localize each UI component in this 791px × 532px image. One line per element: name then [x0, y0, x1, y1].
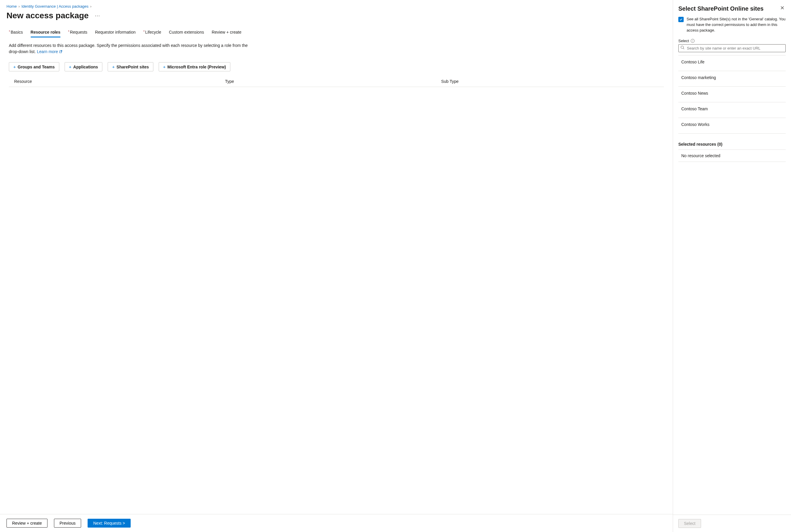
external-link-icon — [59, 49, 62, 55]
tab-custom-extensions[interactable]: Custom extensions — [169, 28, 204, 37]
col-type: Type — [225, 79, 441, 84]
chevron-right-icon: › — [19, 4, 20, 8]
panel-select-button[interactable]: Select — [678, 519, 701, 528]
site-item[interactable]: Contoso Life — [678, 55, 786, 71]
info-icon[interactable]: i — [691, 39, 695, 43]
col-resource: Resource — [9, 79, 225, 84]
plus-icon: + — [163, 64, 166, 69]
svg-point-1 — [681, 46, 684, 49]
tab-label: Lifecycle — [145, 30, 161, 35]
tab-label: Basics — [11, 30, 23, 35]
tab-bar: *BasicsResource roles*RequestsRequestor … — [0, 23, 673, 38]
add-groups-and-teams-button[interactable]: +Groups and Teams — [9, 62, 59, 71]
panel-title: Select SharePoint Online sites — [678, 5, 779, 13]
see-all-checkbox-label: See all SharePoint Site(s) not in the 'G… — [686, 17, 786, 33]
see-all-checkbox[interactable] — [678, 17, 684, 22]
site-item[interactable]: Contoso Team — [678, 102, 786, 118]
tab-label: Review + create — [212, 30, 242, 35]
tab-requestor-information[interactable]: Requestor information — [95, 28, 136, 37]
tab-lifecycle[interactable]: *Lifecycle — [143, 28, 161, 37]
plus-icon: + — [112, 64, 115, 69]
button-label: Microsoft Entra role (Preview) — [168, 64, 226, 69]
breadcrumb-identity-governance[interactable]: Identity Governance | Access packages — [21, 4, 89, 8]
button-label: Applications — [73, 64, 98, 69]
tab-review-create[interactable]: Review + create — [212, 28, 242, 37]
site-item[interactable]: Contoso News — [678, 87, 786, 102]
tab-label: Requestor information — [95, 30, 136, 35]
required-indicator: * — [68, 30, 69, 33]
site-list: Contoso LifeContoso marketingContoso New… — [678, 55, 786, 134]
page-title: New access package — [6, 11, 89, 20]
resource-table-header: Resource Type Sub Type — [9, 76, 664, 87]
chevron-right-icon: › — [90, 4, 91, 8]
resource-buttons: +Groups and Teams+Applications+SharePoin… — [0, 57, 673, 74]
add-applications-button[interactable]: +Applications — [64, 62, 102, 71]
close-icon[interactable]: ✕ — [779, 5, 786, 11]
select-sharepoint-panel: Select SharePoint Online sites ✕ See all… — [673, 0, 791, 532]
review-create-button[interactable]: Review + create — [6, 519, 48, 528]
required-indicator: * — [143, 30, 145, 33]
col-subtype: Sub Type — [441, 79, 657, 84]
more-icon[interactable]: ⋯ — [94, 11, 102, 20]
required-indicator: * — [9, 30, 10, 33]
tab-basics[interactable]: *Basics — [9, 28, 23, 37]
next-button[interactable]: Next: Requests > — [88, 519, 131, 528]
plus-icon: + — [69, 64, 72, 69]
learn-more-link[interactable]: Learn more — [37, 49, 62, 54]
button-label: SharePoint sites — [116, 64, 149, 69]
site-item[interactable]: Contoso Works — [678, 118, 786, 134]
site-search-input[interactable] — [678, 44, 786, 52]
breadcrumb: Home › Identity Governance | Access pack… — [0, 0, 673, 10]
selected-resources-header: Selected resources (0) — [678, 142, 786, 147]
button-label: Groups and Teams — [18, 64, 55, 69]
add-microsoft-entra-role-preview--button[interactable]: +Microsoft Entra role (Preview) — [159, 62, 230, 71]
wizard-footer: Review + create Previous Next: Requests … — [0, 514, 673, 532]
tab-label: Resource roles — [31, 30, 60, 35]
previous-button[interactable]: Previous — [54, 519, 81, 528]
tab-requests[interactable]: *Requests — [68, 28, 87, 37]
search-icon — [680, 45, 684, 51]
tab-resource-roles[interactable]: Resource roles — [31, 28, 60, 37]
plus-icon: + — [13, 64, 16, 69]
tab-label: Custom extensions — [169, 30, 204, 35]
add-sharepoint-sites-button[interactable]: +SharePoint sites — [108, 62, 153, 71]
site-item[interactable]: Contoso marketing — [678, 71, 786, 87]
breadcrumb-home[interactable]: Home — [6, 4, 17, 8]
tab-label: Requests — [70, 30, 87, 35]
select-label: Select — [678, 39, 689, 43]
tab-description: Add different resources to this access p… — [0, 38, 265, 57]
selected-resources-empty: No resource selected — [678, 150, 786, 162]
